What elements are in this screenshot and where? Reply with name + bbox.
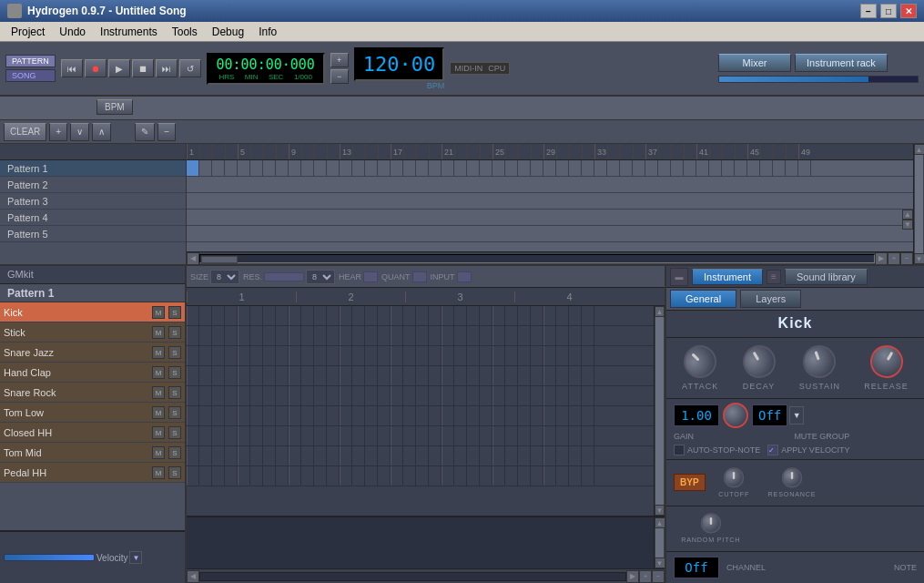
pattern-cell[interactable] (289, 466, 301, 486)
solo-button-hand-clap[interactable]: S (168, 366, 181, 379)
pattern-cell[interactable] (263, 306, 276, 325)
pattern-cell[interactable] (429, 406, 442, 425)
pattern-cell[interactable] (327, 326, 340, 345)
pattern-scroll-left[interactable]: ◀ (187, 570, 199, 583)
pattern-cell[interactable] (492, 366, 505, 385)
bottom-scroll-up[interactable]: ▲ (655, 517, 665, 528)
pattern-cell[interactable] (314, 386, 327, 405)
pattern-cell[interactable] (352, 326, 365, 345)
pattern-cell[interactable] (403, 346, 416, 365)
pattern-cell[interactable] (391, 366, 403, 385)
pattern-cell[interactable] (263, 386, 276, 405)
scroll-right-button[interactable]: ▶ (875, 252, 888, 265)
pattern-cell[interactable] (263, 406, 276, 425)
pattern-cell[interactable] (543, 386, 556, 405)
pattern-cell[interactable] (429, 466, 442, 486)
pattern-cell[interactable] (199, 466, 212, 486)
pattern-cell[interactable] (518, 446, 531, 465)
pattern-cell[interactable] (365, 466, 378, 486)
record-button[interactable]: ⏺ (85, 59, 107, 77)
pattern-cell[interactable] (403, 326, 416, 345)
pattern-cell[interactable] (505, 466, 518, 486)
pattern-cell[interactable] (492, 446, 505, 465)
pattern-cell[interactable] (276, 466, 289, 486)
pattern-cell[interactable] (225, 406, 238, 425)
pattern-cell[interactable] (582, 366, 594, 385)
pattern-cell[interactable] (365, 426, 378, 445)
volume-down-button[interactable]: − (330, 69, 349, 84)
pattern-cell[interactable] (365, 346, 378, 365)
pattern-cell[interactable] (543, 406, 556, 425)
pattern-cell[interactable] (276, 306, 289, 325)
pattern-cell[interactable] (263, 446, 276, 465)
pattern-cell[interactable] (238, 386, 250, 405)
pattern-cell[interactable] (582, 426, 594, 445)
sustain-knob[interactable] (798, 341, 840, 383)
pattern-cell[interactable] (250, 466, 263, 486)
pattern-cell[interactable] (263, 466, 276, 486)
pattern-item-2[interactable]: Pattern 2 (0, 177, 186, 193)
pattern-item-1[interactable]: Pattern 1 (0, 160, 186, 177)
pattern-cell[interactable] (403, 466, 416, 486)
pattern-cell[interactable] (467, 326, 480, 345)
pattern-cell[interactable] (199, 406, 212, 425)
pattern-cell[interactable] (442, 446, 454, 465)
menu-tools[interactable]: Tools (165, 24, 205, 40)
zoom-out-button[interactable]: − (900, 252, 913, 265)
pattern-cell[interactable] (250, 306, 263, 325)
solo-button-kick[interactable]: S (168, 306, 181, 319)
pattern-cell[interactable] (225, 426, 238, 445)
pattern-cell[interactable] (454, 326, 467, 345)
pattern-cell[interactable] (263, 346, 276, 365)
solo-button-tom-low[interactable]: S (168, 406, 181, 419)
pattern-cell[interactable] (340, 326, 352, 345)
pattern-cell[interactable] (187, 466, 199, 486)
pattern-cell[interactable] (340, 446, 352, 465)
stop-button[interactable]: ⏹ (132, 59, 154, 77)
pattern-cell[interactable] (582, 386, 594, 405)
pattern-grid[interactable]: ▲ ▼ (187, 306, 665, 516)
song-cell[interactable] (199, 160, 212, 176)
pattern-cell[interactable] (263, 366, 276, 385)
pattern-cell[interactable] (480, 466, 492, 486)
pattern-cell[interactable] (276, 326, 289, 345)
pattern-cell[interactable] (518, 466, 531, 486)
pattern-cell[interactable] (543, 306, 556, 325)
pattern-cell[interactable] (416, 346, 429, 365)
pattern-cell[interactable] (314, 366, 327, 385)
pattern-cell[interactable] (492, 326, 505, 345)
pattern-cell[interactable] (480, 346, 492, 365)
pattern-cell[interactable] (314, 326, 327, 345)
pattern-cell[interactable] (365, 326, 378, 345)
pattern-cell[interactable] (365, 406, 378, 425)
pattern-cell[interactable] (276, 346, 289, 365)
pattern-cell[interactable] (391, 426, 403, 445)
pattern-zoom-in[interactable]: + (639, 570, 652, 583)
pattern-cell[interactable] (327, 306, 340, 325)
pattern-cell[interactable] (442, 366, 454, 385)
pattern-cell[interactable] (238, 426, 250, 445)
pattern-cell[interactable] (556, 306, 569, 325)
pattern-cell[interactable] (327, 346, 340, 365)
pattern-cell[interactable] (442, 406, 454, 425)
pattern-cell[interactable] (187, 386, 199, 405)
menu-undo[interactable]: Undo (52, 24, 93, 40)
instrument-item-snare-jazz[interactable]: Snare Jazz M S (0, 343, 185, 363)
bottom-scroll-down[interactable]: ▼ (655, 557, 665, 568)
pattern-cell[interactable] (403, 366, 416, 385)
pattern-cell[interactable] (352, 346, 365, 365)
pattern-cell[interactable] (352, 406, 365, 425)
pattern-cell[interactable] (582, 326, 594, 345)
solo-button-closed-hh[interactable]: S (168, 426, 181, 439)
fast-forward-button[interactable]: ⏭ (156, 59, 178, 77)
pattern-cell[interactable] (467, 346, 480, 365)
pattern-cell[interactable] (340, 346, 352, 365)
pattern-cell[interactable] (391, 306, 403, 325)
pattern-cell[interactable] (518, 386, 531, 405)
menu-project[interactable]: Project (4, 24, 52, 40)
pattern-cell[interactable] (442, 386, 454, 405)
pattern-cell[interactable] (352, 466, 365, 486)
pattern-cell[interactable] (276, 406, 289, 425)
pattern-cell[interactable] (492, 406, 505, 425)
pattern-cell[interactable] (301, 406, 314, 425)
